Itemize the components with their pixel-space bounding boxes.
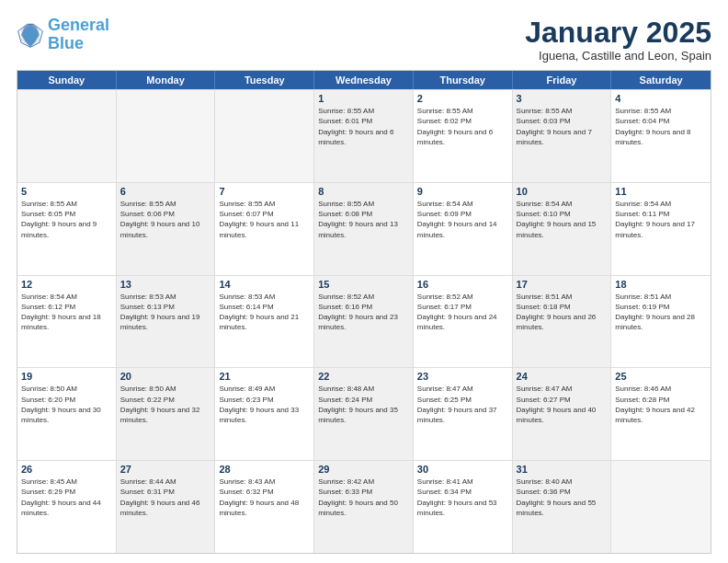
cal-cell-day-7: 7Sunrise: 8:55 AMSunset: 6:07 PMDaylight… xyxy=(215,183,314,275)
month-title: January 2025 xyxy=(525,17,711,49)
cal-cell-day-13: 13Sunrise: 8:53 AMSunset: 6:13 PMDayligh… xyxy=(117,276,216,368)
sunrise-text: Sunrise: 8:55 AM xyxy=(318,199,409,209)
sunset-text: Sunset: 6:17 PM xyxy=(417,302,508,312)
day-number: 9 xyxy=(417,186,508,197)
sunrise-text: Sunrise: 8:47 AM xyxy=(517,384,608,394)
day-number: 26 xyxy=(21,464,112,475)
cal-cell-empty-4-6 xyxy=(611,461,711,553)
day-number: 17 xyxy=(517,279,608,290)
sunset-text: Sunset: 6:28 PM xyxy=(615,395,707,405)
daylight-text: Daylight: 9 hours and 8 minutes. xyxy=(615,127,707,147)
daylight-text: Daylight: 9 hours and 33 minutes. xyxy=(219,405,310,425)
day-number: 2 xyxy=(417,93,508,104)
cal-cell-day-10: 10Sunrise: 8:54 AMSunset: 6:10 PMDayligh… xyxy=(513,183,612,275)
sunrise-text: Sunrise: 8:48 AM xyxy=(318,384,409,394)
cal-cell-day-11: 11Sunrise: 8:54 AMSunset: 6:11 PMDayligh… xyxy=(611,183,711,275)
daylight-text: Daylight: 9 hours and 28 minutes. xyxy=(615,312,707,332)
day-number: 7 xyxy=(219,186,310,197)
sunrise-text: Sunrise: 8:50 AM xyxy=(120,384,211,394)
cal-cell-day-17: 17Sunrise: 8:51 AMSunset: 6:18 PMDayligh… xyxy=(513,276,612,368)
cal-cell-day-22: 22Sunrise: 8:48 AMSunset: 6:24 PMDayligh… xyxy=(314,368,414,460)
day-number: 25 xyxy=(615,371,707,382)
sunset-text: Sunset: 6:32 PM xyxy=(219,487,310,497)
cal-cell-day-28: 28Sunrise: 8:43 AMSunset: 6:32 PMDayligh… xyxy=(215,461,314,553)
calendar-row-0: 1Sunrise: 8:55 AMSunset: 6:01 PMDaylight… xyxy=(17,89,711,182)
daylight-text: Daylight: 9 hours and 46 minutes. xyxy=(120,498,211,518)
calendar-row-2: 12Sunrise: 8:54 AMSunset: 6:12 PMDayligh… xyxy=(17,275,711,368)
daylight-text: Daylight: 9 hours and 11 minutes. xyxy=(219,219,310,239)
daylight-text: Daylight: 9 hours and 13 minutes. xyxy=(318,219,409,239)
daylight-text: Daylight: 9 hours and 19 minutes. xyxy=(120,312,211,332)
calendar-row-1: 5Sunrise: 8:55 AMSunset: 6:05 PMDaylight… xyxy=(17,182,711,275)
daylight-text: Daylight: 9 hours and 15 minutes. xyxy=(517,219,608,239)
calendar-header: SundayMondayTuesdayWednesdayThursdayFrid… xyxy=(17,71,711,89)
daylight-text: Daylight: 9 hours and 30 minutes. xyxy=(21,405,112,425)
weekday-header-thursday: Thursday xyxy=(414,71,513,89)
day-number: 8 xyxy=(318,186,409,197)
cal-cell-day-8: 8Sunrise: 8:55 AMSunset: 6:08 PMDaylight… xyxy=(314,183,414,275)
daylight-text: Daylight: 9 hours and 55 minutes. xyxy=(517,498,608,518)
sunrise-text: Sunrise: 8:43 AM xyxy=(219,477,310,487)
day-number: 18 xyxy=(615,279,707,290)
day-number: 24 xyxy=(517,371,608,382)
sunset-text: Sunset: 6:08 PM xyxy=(318,209,409,219)
sunrise-text: Sunrise: 8:52 AM xyxy=(318,292,409,302)
day-number: 5 xyxy=(21,186,112,197)
cal-cell-day-4: 4Sunrise: 8:55 AMSunset: 6:04 PMDaylight… xyxy=(611,90,711,182)
sunset-text: Sunset: 6:01 PM xyxy=(318,116,409,126)
day-number: 1 xyxy=(318,93,409,104)
cal-cell-day-29: 29Sunrise: 8:42 AMSunset: 6:33 PMDayligh… xyxy=(314,461,414,553)
day-number: 31 xyxy=(517,464,608,475)
sunrise-text: Sunrise: 8:54 AM xyxy=(417,199,508,209)
day-number: 6 xyxy=(120,186,211,197)
location-subtitle: Iguena, Castille and Leon, Spain xyxy=(525,49,711,63)
sunset-text: Sunset: 6:19 PM xyxy=(615,302,707,312)
daylight-text: Daylight: 9 hours and 40 minutes. xyxy=(517,405,608,425)
daylight-text: Daylight: 9 hours and 21 minutes. xyxy=(219,312,310,332)
cal-cell-day-5: 5Sunrise: 8:55 AMSunset: 6:05 PMDaylight… xyxy=(17,183,117,275)
daylight-text: Daylight: 9 hours and 32 minutes. xyxy=(120,405,211,425)
sunset-text: Sunset: 6:03 PM xyxy=(517,116,608,126)
sunset-text: Sunset: 6:23 PM xyxy=(219,395,310,405)
sunset-text: Sunset: 6:20 PM xyxy=(21,395,112,405)
daylight-text: Daylight: 9 hours and 23 minutes. xyxy=(318,312,409,332)
weekday-header-saturday: Saturday xyxy=(611,71,711,89)
cal-cell-day-14: 14Sunrise: 8:53 AMSunset: 6:14 PMDayligh… xyxy=(215,276,314,368)
cal-cell-day-30: 30Sunrise: 8:41 AMSunset: 6:34 PMDayligh… xyxy=(414,461,513,553)
sunrise-text: Sunrise: 8:55 AM xyxy=(219,199,310,209)
sunrise-text: Sunrise: 8:53 AM xyxy=(219,292,310,302)
sunset-text: Sunset: 6:02 PM xyxy=(417,116,508,126)
daylight-text: Daylight: 9 hours and 17 minutes. xyxy=(615,219,707,239)
sunrise-text: Sunrise: 8:55 AM xyxy=(615,106,707,116)
calendar: SundayMondayTuesdayWednesdayThursdayFrid… xyxy=(17,70,711,554)
sunset-text: Sunset: 6:11 PM xyxy=(615,209,707,219)
logo-text: General Blue xyxy=(48,17,109,53)
sunset-text: Sunset: 6:05 PM xyxy=(21,209,112,219)
cal-cell-day-21: 21Sunrise: 8:49 AMSunset: 6:23 PMDayligh… xyxy=(215,368,314,460)
sunset-text: Sunset: 6:04 PM xyxy=(615,116,707,126)
sunset-text: Sunset: 6:36 PM xyxy=(517,487,608,497)
calendar-row-4: 26Sunrise: 8:45 AMSunset: 6:29 PMDayligh… xyxy=(17,460,711,553)
sunrise-text: Sunrise: 8:49 AM xyxy=(219,384,310,394)
cal-cell-day-3: 3Sunrise: 8:55 AMSunset: 6:03 PMDaylight… xyxy=(513,90,612,182)
page: General Blue January 2025 Iguena, Castil… xyxy=(0,0,728,563)
cal-cell-empty-0-1 xyxy=(117,90,216,182)
daylight-text: Daylight: 9 hours and 14 minutes. xyxy=(417,219,508,239)
daylight-text: Daylight: 9 hours and 37 minutes. xyxy=(417,405,508,425)
sunset-text: Sunset: 6:09 PM xyxy=(417,209,508,219)
sunrise-text: Sunrise: 8:53 AM xyxy=(120,292,211,302)
day-number: 15 xyxy=(318,279,409,290)
sunrise-text: Sunrise: 8:54 AM xyxy=(517,199,608,209)
sunset-text: Sunset: 6:07 PM xyxy=(219,209,310,219)
sunset-text: Sunset: 6:13 PM xyxy=(120,302,211,312)
daylight-text: Daylight: 9 hours and 35 minutes. xyxy=(318,405,409,425)
cal-cell-day-6: 6Sunrise: 8:55 AMSunset: 6:06 PMDaylight… xyxy=(117,183,216,275)
sunrise-text: Sunrise: 8:51 AM xyxy=(517,292,608,302)
calendar-row-3: 19Sunrise: 8:50 AMSunset: 6:20 PMDayligh… xyxy=(17,367,711,460)
cal-cell-day-2: 2Sunrise: 8:55 AMSunset: 6:02 PMDaylight… xyxy=(414,90,513,182)
cal-cell-day-1: 1Sunrise: 8:55 AMSunset: 6:01 PMDaylight… xyxy=(314,90,414,182)
sunset-text: Sunset: 6:33 PM xyxy=(318,487,409,497)
logo-blue: Blue xyxy=(48,34,84,52)
day-number: 11 xyxy=(615,186,707,197)
sunrise-text: Sunrise: 8:54 AM xyxy=(615,199,707,209)
